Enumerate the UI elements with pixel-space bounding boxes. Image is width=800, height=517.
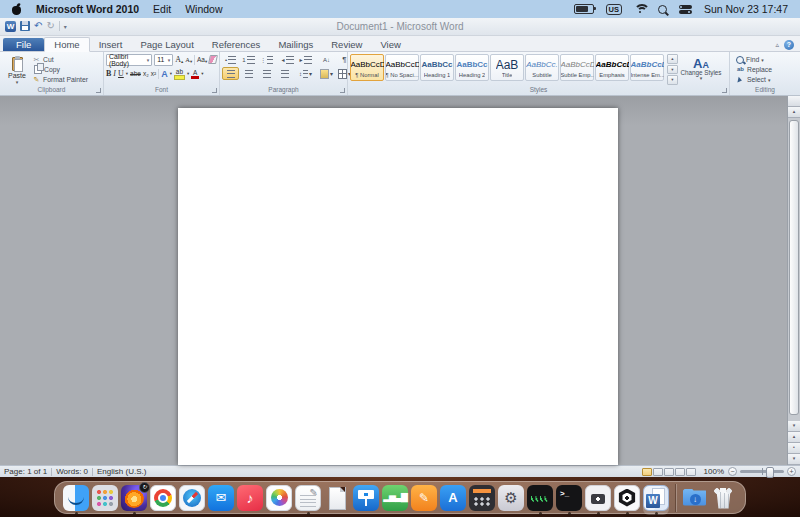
underline-caret-icon[interactable]: ▾ — [126, 71, 128, 77]
photos-dock-icon[interactable] — [266, 485, 292, 515]
style-chip-subtle-emp[interactable]: AaBbCcDcSubtle Emp... — [560, 54, 594, 81]
shrink-font-button[interactable]: A▾ — [185, 55, 192, 65]
subscript-button[interactable]: x₂ — [143, 69, 149, 79]
browse-object-icon[interactable]: • — [788, 443, 800, 454]
scrollbar-track[interactable] — [788, 118, 800, 421]
styles-dialog-launcher[interactable] — [722, 88, 727, 93]
redo-button[interactable]: ↻ — [46, 21, 54, 31]
tab-page-layout[interactable]: Page Layout — [131, 38, 202, 51]
menu-edit[interactable]: Edit — [153, 3, 171, 15]
pages-dock-icon[interactable]: ✎ — [411, 485, 437, 515]
minimize-ribbon-icon[interactable]: ▵ — [775, 41, 779, 49]
replace-button[interactable]: ab Replace — [736, 65, 798, 74]
highlight-color-button[interactable]: ab — [174, 68, 185, 80]
font-color-caret-icon[interactable]: ▾ — [201, 71, 203, 77]
zoom-slider-thumb[interactable] — [766, 467, 774, 478]
music-dock-icon[interactable]: ♪ — [237, 485, 263, 515]
copy-button[interactable]: Copy — [32, 65, 101, 74]
bullets-button[interactable]: • — [222, 53, 239, 66]
multilevel-list-button[interactable]: ⋮ — [258, 53, 275, 66]
superscript-button[interactable]: x² — [151, 69, 156, 79]
strikethrough-button[interactable]: abe — [130, 69, 141, 79]
tab-mailings[interactable]: Mailings — [269, 38, 322, 51]
scroll-up-icon[interactable]: ▴ — [788, 107, 800, 118]
styles-scroll-up-icon[interactable]: ▴ — [667, 54, 678, 64]
zoom-slider-track[interactable] — [740, 470, 784, 473]
text-effects-caret-icon[interactable]: ▾ — [170, 71, 172, 77]
chrome-dock-icon[interactable] — [150, 485, 176, 515]
grow-font-button[interactable]: A▴ — [175, 55, 183, 65]
format-painter-button[interactable]: ✎ Format Painter — [32, 75, 101, 84]
wifi-icon[interactable] — [634, 4, 646, 14]
app-menu[interactable]: Microsoft Word 2010 — [36, 3, 139, 15]
underline-button[interactable]: U — [118, 69, 124, 79]
change-styles-button[interactable]: AA Change Styles ▾ — [680, 54, 722, 86]
style-chip-heading-2[interactable]: AaBbCcHeading 2 — [455, 54, 489, 81]
spotlight-search-icon[interactable] — [658, 5, 667, 14]
mail-dock-icon[interactable]: ✉ — [208, 485, 234, 515]
print-layout-view-button[interactable] — [642, 468, 652, 476]
trash-dock-icon[interactable] — [711, 485, 737, 515]
textedit-dock-icon[interactable]: ✎ — [295, 485, 321, 515]
find-button[interactable]: Find ▾ — [736, 55, 798, 64]
help-icon[interactable]: ? — [784, 40, 794, 50]
appstore-dock-icon[interactable]: A — [440, 485, 466, 515]
word-dock-icon[interactable]: W — [643, 485, 669, 515]
shading-button[interactable]: ▾ — [318, 67, 335, 80]
settings-dock-icon[interactable]: ⚙ — [498, 485, 524, 515]
ruler-toggle-button[interactable] — [788, 96, 800, 107]
previous-page-icon[interactable]: ▴ — [788, 432, 800, 443]
numbers-dock-icon[interactable]: ▂▅▃▇ — [382, 485, 408, 515]
web-layout-view-button[interactable] — [664, 468, 674, 476]
scrollbar-thumb[interactable] — [789, 120, 799, 415]
paragraph-dialog-launcher[interactable] — [340, 88, 345, 93]
scroll-down-icon[interactable]: ▾ — [788, 421, 800, 432]
word-app-icon[interactable]: W — [5, 21, 16, 32]
style-chip-normal[interactable]: AaBbCcDc¶ Normal — [350, 54, 384, 81]
fullscreen-reading-view-button[interactable] — [653, 468, 663, 476]
italic-button[interactable]: I — [113, 69, 116, 79]
tab-file[interactable]: File — [3, 38, 44, 51]
calculator-dock-icon[interactable] — [469, 485, 495, 515]
terminal-dock-icon[interactable]: >_ — [556, 485, 582, 515]
word-count-status[interactable]: Words: 0 — [56, 467, 88, 476]
styles-more-icon[interactable]: ▾ — [667, 75, 678, 85]
styles-scroll-down-icon[interactable]: ▾ — [667, 65, 678, 75]
finder-dock-icon[interactable] — [63, 485, 89, 515]
control-center-icon[interactable] — [679, 4, 692, 14]
page-count-status[interactable]: Page: 1 of 1 — [4, 467, 47, 476]
document-page[interactable] — [178, 108, 618, 465]
menu-bar-clock[interactable]: Sun Nov 23 17:47 — [704, 3, 788, 15]
justify-button[interactable] — [276, 67, 293, 80]
line-spacing-button[interactable]: ↕▾ — [297, 67, 314, 80]
bold-button[interactable]: B — [106, 69, 111, 79]
highlight-caret-icon[interactable]: ▾ — [187, 71, 189, 77]
clear-formatting-button[interactable] — [208, 55, 218, 64]
style-chip-title[interactable]: AaBTitle — [490, 54, 524, 81]
qat-customize-caret-icon[interactable]: ▾ — [64, 23, 67, 30]
style-chip-intense-em[interactable]: AaBbCcDcIntense Em... — [630, 54, 664, 81]
font-color-button[interactable]: A — [191, 69, 199, 79]
font-size-combo[interactable]: 11▾ — [154, 54, 173, 66]
style-chip-heading-1[interactable]: AaBbCcHeading 1 — [420, 54, 454, 81]
safari-dock-icon[interactable] — [179, 485, 205, 515]
font-family-combo[interactable]: Calibri (Body)▾ — [106, 54, 152, 66]
undo-button[interactable]: ↶ — [34, 21, 42, 31]
tab-home[interactable]: Home — [44, 37, 89, 52]
tab-view[interactable]: View — [371, 38, 409, 51]
vertical-scrollbar[interactable]: ▴ ▾ ▴ • ▾ — [787, 96, 800, 465]
numbering-button[interactable]: 1 — [240, 53, 257, 66]
style-chip-emphasis[interactable]: AaBbCcDcEmphasis — [595, 54, 629, 81]
font-dialog-launcher[interactable] — [212, 88, 217, 93]
input-source-badge[interactable]: US — [606, 4, 622, 15]
keynote-dock-icon[interactable] — [353, 485, 379, 515]
align-center-button[interactable] — [240, 67, 257, 80]
screenshot-dock-icon[interactable] — [585, 485, 611, 515]
firefox-dock-icon[interactable] — [121, 485, 147, 515]
battery-icon[interactable] — [574, 4, 594, 14]
document-dock-icon[interactable] — [324, 485, 350, 515]
zoom-out-button[interactable]: − — [728, 467, 737, 476]
sort-button[interactable]: A↓ — [318, 53, 335, 66]
style-chip-no-spaci[interactable]: AaBbCcDc¶ No Spaci... — [385, 54, 419, 81]
paste-button[interactable]: Paste ▾ — [2, 54, 32, 86]
